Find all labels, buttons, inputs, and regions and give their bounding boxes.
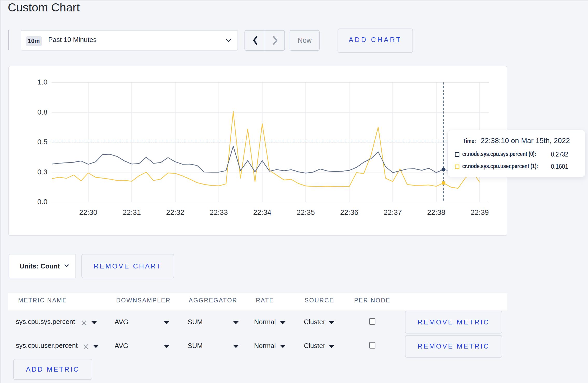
svg-text:0.5: 0.5 — [37, 138, 47, 146]
svg-text:0.0: 0.0 — [37, 198, 47, 206]
svg-text:0.8: 0.8 — [37, 108, 47, 116]
svg-text:22:34: 22:34 — [253, 208, 271, 216]
svg-text:22:31: 22:31 — [123, 208, 141, 216]
svg-text:22:33: 22:33 — [210, 208, 228, 216]
svg-text:22:32: 22:32 — [166, 208, 184, 216]
svg-text:22:37: 22:37 — [384, 208, 402, 216]
svg-text:22:38: 22:38 — [427, 208, 445, 216]
svg-text:0.3: 0.3 — [37, 168, 47, 176]
svg-text:22:35: 22:35 — [297, 208, 315, 216]
svg-text:22:39: 22:39 — [471, 208, 489, 216]
svg-text:22:36: 22:36 — [340, 208, 358, 216]
svg-text:22:30: 22:30 — [79, 208, 97, 216]
svg-text:1.0: 1.0 — [37, 78, 47, 86]
